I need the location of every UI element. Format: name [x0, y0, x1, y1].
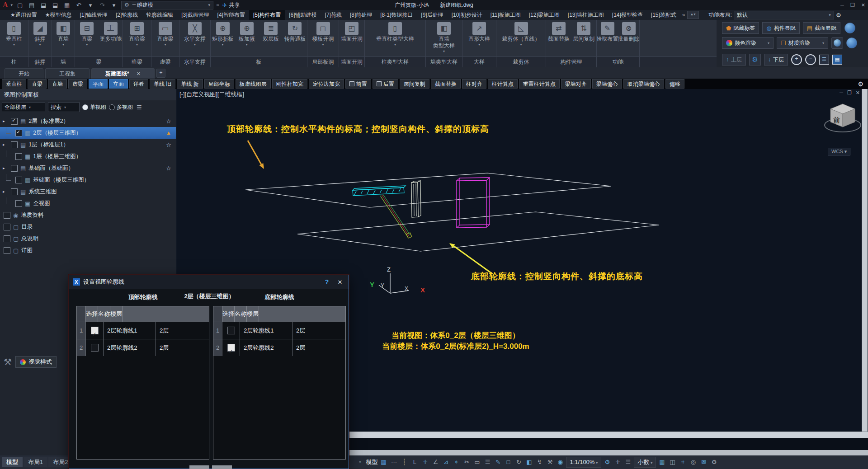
layout-gear-icon[interactable]: ⚙ — [836, 12, 841, 19]
toolbar-button[interactable]: 直墙 — [48, 79, 67, 89]
tree-row[interactable]: ▦ 1层（楼层三维图） — [0, 150, 176, 162]
status-icon[interactable]: ⋯ — [389, 457, 398, 467]
floor-filter-dropdown[interactable]: 全部楼层 ▾ — [2, 102, 45, 112]
ribbon-button[interactable]: ↗ 直形大样 ▾ — [462, 20, 496, 56]
status-icon[interactable]: ◎ — [689, 457, 698, 467]
cancel-button[interactable] — [212, 465, 232, 469]
ribbon-tab[interactable]: [4]智能布置 — [213, 10, 249, 20]
status-icon[interactable]: ┆ — [400, 457, 409, 467]
ribbon-button[interactable]: ✎ 拾取布置 — [597, 20, 618, 56]
ribbon-button[interactable]: ↻ 转普通板 — [283, 20, 307, 56]
quick-access-icon[interactable]: ▾ — [109, 2, 118, 9]
ribbon-button[interactable]: ▭ 直虚梁 ▾ — [151, 20, 179, 56]
tree-checkbox[interactable] — [11, 165, 18, 172]
status-icon[interactable]: ▭ — [472, 457, 481, 467]
column-element[interactable] — [411, 181, 421, 217]
wall-element[interactable] — [457, 178, 490, 228]
tree-row[interactable]: ▢ 目录 — [0, 221, 176, 233]
workspace-dropdown[interactable]: ⚙ 三维建模 ▾ — [121, 1, 213, 9]
ribbon-button[interactable]: ⊞ 直暗梁 ▾ — [123, 20, 151, 56]
ribbon-button[interactable]: ⊟ 直梁 ▾ — [75, 20, 99, 56]
tree-checkbox[interactable] — [15, 130, 22, 136]
status-icon[interactable]: ▦ — [379, 457, 388, 467]
tree-row[interactable]: ▢ 总说明 — [0, 233, 176, 244]
quick-access-icon[interactable]: ▤ — [27, 2, 36, 9]
ribbon-button[interactable]: ▯ 垂直柱类型大样 ▾ — [365, 20, 425, 56]
restore-icon[interactable]: ❒ — [850, 2, 855, 8]
tab-overflow-icon[interactable]: » — [682, 12, 685, 18]
status-icon[interactable]: ✛ — [613, 457, 622, 467]
search-dropdown[interactable]: 搜索 ▾ — [48, 102, 80, 112]
star-icon[interactable]: ☆ — [166, 165, 171, 172]
hamburger-icon[interactable]: ☰ — [137, 104, 142, 111]
document-tab[interactable]: 开始 — [5, 68, 43, 79]
tree-checkbox[interactable] — [4, 247, 10, 254]
quick-access-icon[interactable]: ▢ — [15, 2, 24, 9]
toolbar-gear-icon[interactable]: ⚙ — [858, 80, 863, 88]
status-icon[interactable]: □ — [504, 457, 513, 467]
toolbar-button[interactable]: 详看 — [129, 79, 148, 89]
app-menu-caret-icon[interactable]: ▾ — [11, 3, 13, 7]
ribbon-button[interactable]: ╳ 水平支撑 ▾ — [179, 20, 210, 56]
toolbar-button[interactable]: 立面 — [109, 79, 128, 89]
brace-element[interactable] — [380, 194, 412, 238]
dialog-close-icon[interactable]: ✕ — [335, 279, 345, 286]
ribbon-tab[interactable]: [8]前处理 — [346, 10, 376, 20]
toolbar-button[interactable]: 板虚线图层 — [236, 79, 271, 89]
upper-floor-button[interactable]: ↑ 上层 — [722, 54, 746, 66]
tree-checkbox[interactable] — [11, 141, 18, 148]
color-render-button[interactable]: 颜色渲染 ▾ — [722, 37, 774, 49]
tree-checkbox[interactable] — [4, 235, 10, 242]
detail-list-icon[interactable]: ☰ — [819, 55, 829, 65]
expander-icon[interactable]: ▸ — [3, 189, 7, 194]
status-icon[interactable]: ↻ — [514, 457, 523, 467]
share-button[interactable]: ✈ 共享 — [222, 1, 240, 9]
toolbar-button[interactable]: 局部坐标 — [204, 79, 234, 89]
tree-row[interactable]: ▸ ▤ 2层（标准层2） ☆ — [0, 115, 176, 127]
quick-access-icon[interactable]: ↷ — [98, 2, 107, 9]
table-row[interactable]: 2 2层轮廓线2 2层 — [213, 339, 345, 356]
wcs-badge[interactable]: WCS ▾ — [828, 148, 850, 155]
render-sphere-icon[interactable] — [831, 37, 843, 49]
ribbon-button[interactable]: 工 更多功能 — [99, 20, 123, 56]
row-checkbox[interactable] — [91, 327, 99, 334]
help-icon[interactable]: ? — [322, 278, 332, 286]
ribbon-tab[interactable]: [13]墙柱施工图 — [564, 10, 608, 20]
table-row[interactable]: 1 2层轮廓线1 2层 — [77, 322, 209, 339]
status-icon[interactable]: ▦ — [657, 457, 666, 467]
view-mode-radio[interactable]: 单视图 — [82, 103, 106, 111]
status-icon[interactable]: ◧ — [524, 457, 533, 467]
ribbon-button[interactable]: ◰ 墙面开洞 — [339, 20, 364, 56]
tree-checkbox[interactable] — [11, 188, 18, 195]
vp-restore-icon[interactable]: ❒ — [847, 90, 852, 96]
layout-tab[interactable]: 布局1 — [24, 457, 47, 467]
ribbon-button[interactable]: ⇄ 截面替换 — [546, 20, 571, 56]
ribbon-button[interactable]: ⊕ 板加腋 ▾ — [235, 20, 259, 56]
expander-icon[interactable]: ▸ — [3, 119, 7, 123]
app-logo[interactable]: A — [3, 1, 8, 9]
minimize-icon[interactable]: ─ — [840, 2, 844, 8]
ribbon-tab[interactable]: 轮廓线编辑 — [142, 10, 177, 20]
toolbar-button[interactable]: 梁墙偏心 — [592, 79, 622, 89]
quick-access-icon[interactable]: ▾ — [86, 2, 95, 9]
row-checkbox[interactable] — [91, 344, 99, 352]
status-icon[interactable]: L — [410, 457, 419, 467]
ribbon-tab[interactable]: [11]板施工图 — [486, 10, 525, 20]
ribbon-tab[interactable]: [15]装配式 — [647, 10, 680, 20]
ribbon-tab[interactable]: [12]梁施工图 — [525, 10, 564, 20]
quick-access-icon[interactable]: ▦ — [62, 2, 71, 9]
status-icon[interactable]: ✂ — [462, 457, 471, 467]
new-tab-button[interactable]: + — [156, 69, 165, 78]
status-icon[interactable]: ⚒ — [545, 457, 554, 467]
toolbar-button[interactable]: 直梁 — [28, 79, 47, 89]
status-icon[interactable]: ✎ — [493, 457, 502, 467]
status-icon[interactable]: ▫ — [355, 457, 364, 467]
ribbon-button[interactable]: ⊕ 矩形折板 ▾ — [211, 20, 235, 56]
quick-access-icon[interactable]: ⬓ — [39, 2, 48, 9]
status-icon[interactable]: ✛ — [420, 457, 429, 467]
expander-icon[interactable]: ▸ — [3, 166, 7, 170]
tree-row[interactable]: ▦ 2层（楼层三维图） ▲ — [0, 127, 176, 139]
status-icon[interactable]: 小数 — [634, 457, 656, 468]
tree-checkbox[interactable] — [4, 212, 10, 219]
status-icon[interactable]: ∠ — [431, 457, 440, 467]
